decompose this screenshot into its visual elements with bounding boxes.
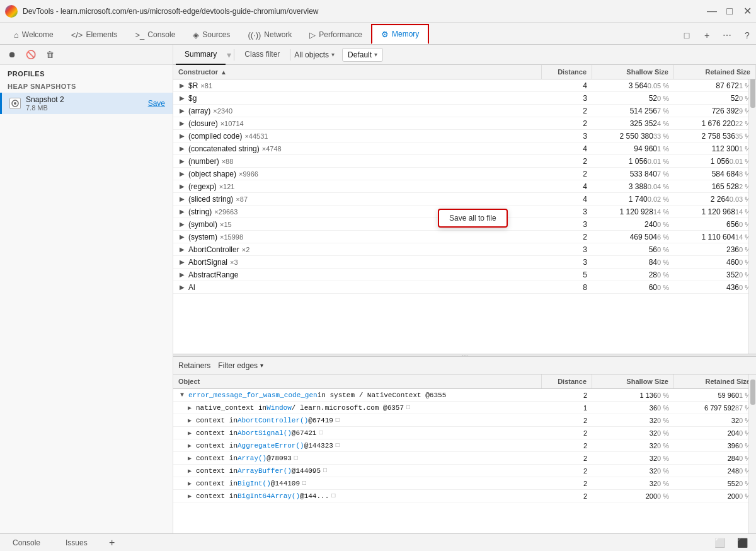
- row-expander-icon[interactable]: ▶: [178, 95, 186, 102]
- tab-performance[interactable]: ▷ Performance: [301, 24, 371, 44]
- bottom-table-row: ▶ context in ArrayBuffer() @144095 □ 2 3…: [173, 465, 756, 477]
- cell-shallow: 94 960 1 %: [592, 142, 674, 154]
- bottom-cell-shallow: 32 0 %: [592, 439, 674, 451]
- cell-constructor: ▶(regexp)×121: [173, 180, 542, 192]
- maximize-button[interactable]: □: [726, 8, 733, 15]
- bottom-table-row: ▶ context in BigInt64Array() @144... □ 2…: [173, 490, 756, 502]
- sub-tab-summary[interactable]: Summary: [176, 45, 226, 65]
- row-expander-icon[interactable]: ▶: [186, 455, 193, 462]
- cell-shallow: 3 564 0.05 %: [592, 79, 674, 91]
- row-expander-icon[interactable]: ▶: [178, 170, 186, 178]
- tab-network[interactable]: ((·)) Network: [239, 24, 301, 44]
- save-all-tooltip[interactable]: Save all to file: [438, 209, 508, 228]
- more-tabs-button[interactable]: □: [678, 26, 696, 44]
- clear-button[interactable]: 🚫: [24, 48, 38, 62]
- bottom-cell-distance: 2: [542, 439, 592, 451]
- bottom-cell-distance: 2: [542, 389, 592, 401]
- main-table-scrollbar[interactable]: [748, 65, 756, 354]
- cell-retained: 2 264 0.03 %: [674, 193, 756, 205]
- row-expander-icon[interactable]: ▶: [186, 492, 193, 500]
- constructor-sort-icon[interactable]: ▲: [220, 69, 227, 76]
- bottom-cell-shallow: 32 0 %: [592, 414, 674, 426]
- bottom-panel: Retainers Filter edges ▾ Object Distance…: [173, 357, 756, 533]
- snapshot-info: Snapshot 2 7.8 MB: [26, 95, 143, 112]
- sub-tab-class-filter[interactable]: Class filter: [236, 45, 289, 65]
- sources-icon: ◈: [193, 30, 199, 40]
- cell-distance: 2: [542, 168, 592, 180]
- tab-elements[interactable]: </> Elements: [62, 24, 127, 44]
- cell-distance: 3: [542, 130, 592, 142]
- all-objects-dropdown[interactable]: All objects ▾: [292, 50, 337, 59]
- console-icon: >_: [135, 30, 144, 40]
- profiles-label: Profiles: [0, 65, 173, 80]
- row-expander-icon[interactable]: ▶: [186, 442, 193, 450]
- cell-constructor: ▶$g: [173, 92, 542, 104]
- sub-tabs-bar: Summary ▾ Class filter All objects ▾ Def…: [173, 45, 756, 65]
- row-expander-icon[interactable]: ▶: [178, 284, 186, 291]
- external-link-icon: □: [302, 480, 306, 487]
- more-options-button[interactable]: ⋯: [718, 26, 736, 44]
- row-expander-icon[interactable]: ▶: [186, 429, 193, 437]
- row-expander-icon[interactable]: ▶: [178, 271, 186, 279]
- cell-retained: 52 0 %: [674, 92, 756, 104]
- add-tab-button[interactable]: +: [698, 26, 716, 44]
- bottom-scrollbar-thumb[interactable]: [750, 380, 755, 405]
- row-expander-icon[interactable]: ▶: [178, 82, 186, 90]
- tab-network-label: Network: [264, 30, 292, 39]
- status-tab-console[interactable]: Console: [5, 536, 48, 550]
- tab-sources[interactable]: ◈ Sources: [184, 24, 239, 44]
- browser-icon: [5, 5, 18, 18]
- row-expander-icon[interactable]: ▶: [178, 195, 186, 203]
- main-area: ⏺ 🚫 🗑 Profiles HEAP SNAPSHOTS Snapshot 2…: [0, 45, 756, 533]
- bottom-cell-retained: 248 0 %: [674, 465, 756, 477]
- row-expander-icon[interactable]: ▶: [178, 221, 186, 228]
- delete-button[interactable]: 🗑: [43, 48, 57, 62]
- cell-shallow: 1 056 0.01 %: [592, 155, 674, 167]
- row-expander-icon[interactable]: ▶: [178, 158, 186, 165]
- devtools-tab-bar: ⌂ Welcome </> Elements >_ Console ◈ Sour…: [0, 23, 756, 45]
- snapshot-item[interactable]: Snapshot 2 7.8 MB Save: [0, 93, 173, 114]
- default-dropdown[interactable]: Default ▾: [342, 48, 383, 62]
- row-expander-icon[interactable]: ▶: [186, 404, 193, 412]
- row-expander-icon[interactable]: ▶: [178, 120, 186, 127]
- col-retained-size: Retained Size: [674, 65, 756, 79]
- table-row: ▶$g 3 52 0 % 52 0 %: [173, 92, 756, 105]
- tab-memory[interactable]: ⚙ Memory: [371, 24, 429, 44]
- cell-constructor: ▶(system)×15998: [173, 231, 542, 243]
- row-expander-icon[interactable]: ▶: [178, 183, 186, 190]
- row-expander-icon[interactable]: ▶: [186, 467, 193, 475]
- minimize-button[interactable]: —: [708, 8, 716, 15]
- status-tab-issues[interactable]: Issues: [58, 536, 95, 550]
- row-expander-icon[interactable]: ▶: [186, 417, 193, 424]
- row-expander-icon[interactable]: ▶: [178, 145, 186, 153]
- add-panel-button[interactable]: +: [105, 536, 119, 550]
- sidebar-toolbar: ⏺ 🚫 🗑: [0, 45, 173, 65]
- welcome-icon: ⌂: [14, 30, 19, 40]
- tab-console[interactable]: >_ Console: [126, 24, 184, 44]
- cell-retained: 87 672 1 %: [674, 79, 756, 91]
- row-expander-icon[interactable]: ▶: [178, 246, 186, 253]
- close-button[interactable]: ✕: [743, 8, 751, 15]
- settings-button[interactable]: ⬛: [733, 534, 751, 552]
- default-label: Default: [348, 50, 372, 59]
- bottom-col-shallow: Shallow Size: [592, 374, 674, 388]
- help-button[interactable]: ?: [738, 26, 756, 44]
- record-button[interactable]: ⏺: [5, 48, 19, 62]
- bottom-cell-object: ▶ context in Array() @78093 □: [173, 452, 542, 464]
- filter-edges-button[interactable]: Filter edges ▾: [218, 361, 263, 370]
- row-expander-icon[interactable]: ▶: [186, 480, 193, 487]
- row-expander-icon[interactable]: ▶: [178, 208, 186, 216]
- bottom-table-scrollbar[interactable]: [748, 374, 756, 533]
- sidebar: ⏺ 🚫 🗑 Profiles HEAP SNAPSHOTS Snapshot 2…: [0, 45, 173, 533]
- row-expander-icon[interactable]: ▶: [178, 258, 186, 266]
- tab-welcome[interactable]: ⌂ Welcome: [5, 24, 62, 44]
- dock-button[interactable]: ⬜: [711, 534, 728, 552]
- bottom-table-row: ▶ context in Array() @78093 □ 2 32 0 % 2…: [173, 452, 756, 465]
- row-expander-icon[interactable]: ▶: [178, 233, 186, 241]
- row-expander-icon[interactable]: ▼: [178, 392, 186, 399]
- tab-area-right: □ + ⋯ ?: [678, 26, 756, 44]
- row-expander-icon[interactable]: ▶: [178, 132, 186, 140]
- row-expander-icon[interactable]: ▶: [178, 107, 186, 115]
- bottom-table-wrapper: Object Distance Shallow Size Retained Si…: [173, 374, 756, 533]
- snapshot-save-button[interactable]: Save: [148, 99, 165, 108]
